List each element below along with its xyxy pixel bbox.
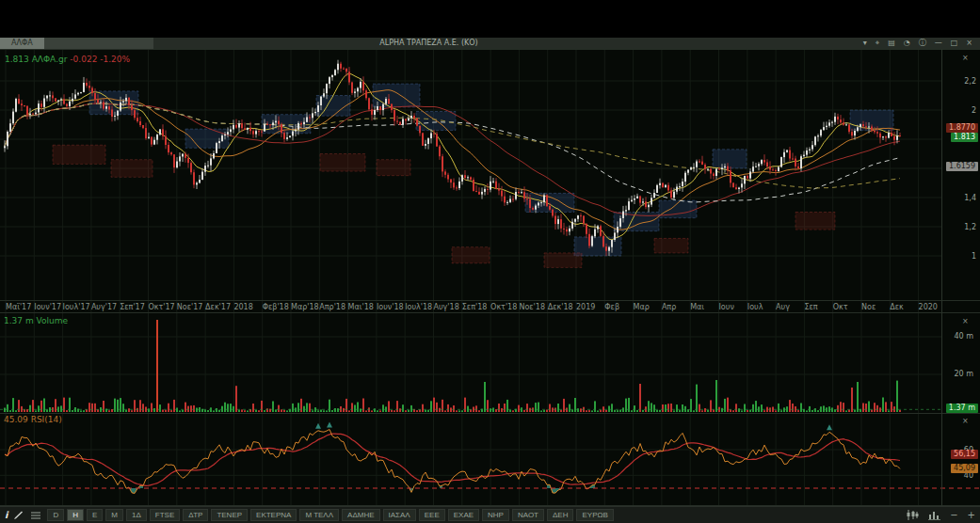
timeframe-button-1Δ[interactable]: 1Δ (126, 509, 147, 521)
ticker-tab-ΝΗΡ[interactable]: ΝΗΡ (482, 509, 509, 521)
price-axis-label: 2 (945, 106, 976, 115)
x-axis-label: Νοε (861, 303, 876, 312)
save-icon[interactable]: ▤ (888, 38, 895, 49)
watchlist-icon[interactable] (30, 511, 41, 520)
price-change-pct: -1.20% (100, 55, 130, 64)
bottom-toolbar: iDHEM1ΔFTSEΔΤΡΤΕΝΕΡΕΚΤΕΡΝΑΜ ΤΕΛΛΑΔΜΗΕΙΑΣ… (0, 506, 980, 523)
x-axis-label: Μαρ'18 (291, 303, 319, 312)
maximize-icon[interactable]: □ (951, 38, 958, 49)
x-axis-label: Δεκ'17 (205, 303, 231, 312)
price-axis-label: 2,2 (945, 77, 976, 86)
histogram-icon[interactable] (928, 511, 940, 520)
rsi-pane-close-icon[interactable]: × (962, 418, 969, 425)
timeframe-button-M[interactable]: M (105, 509, 123, 521)
x-axis-label: Ιουν'17 (34, 303, 61, 312)
ticker-tab-ΙΑΣΑΛ[interactable]: ΙΑΣΑΛ (383, 509, 416, 521)
price-last-value: 1.813 (5, 55, 32, 64)
x-axis-label: Σεπ (804, 303, 817, 312)
info-icon[interactable]: ⓘ (919, 38, 926, 49)
x-axis-label: Ιουλ (747, 303, 763, 312)
ticker-tab-ΕΥΡΩΒ[interactable]: ΕΥΡΩΒ (576, 509, 613, 521)
price-volume-rsi-chart[interactable] (0, 49, 980, 506)
x-axis-label: Αυγ (776, 303, 790, 312)
x-axis-label: Απρ (662, 303, 676, 312)
minimize-icon[interactable]: — (935, 38, 942, 49)
price-badge-1.813: 1.813 (951, 133, 978, 142)
ticker-tab-ΕΕΕ[interactable]: ΕΕΕ (419, 509, 445, 521)
x-axis-label: Οκτ'17 (149, 303, 175, 312)
x-axis-label: Μαι (690, 303, 704, 312)
clock-icon[interactable]: ◔ (904, 38, 910, 49)
x-axis-label: Ιουλ'18 (405, 303, 432, 312)
ticker-tab-ΝΑΟΤ[interactable]: ΝΑΟΤ (512, 509, 544, 521)
x-axis-label: 2018 (233, 303, 252, 312)
volume-axis-label: 40 m (945, 332, 973, 341)
info-icon[interactable]: i (5, 509, 8, 522)
rsi-legend: 45.09 RSI(14) (4, 415, 62, 424)
x-axis-label: Μαρ (634, 303, 650, 312)
x-axis-label: Μαι'18 (348, 303, 374, 312)
rsi-badge-56,15: 56,15 (951, 450, 978, 459)
price-change: -0.022 (70, 55, 100, 64)
price-axis-label: 1 (945, 252, 976, 261)
watchlist-tab-ΤΕΝΕΡ[interactable]: ΤΕΝΕΡ (211, 509, 248, 521)
ticker-tab-ΕΚΤΕΡΝΑ[interactable]: ΕΚΤΕΡΝΑ (250, 509, 297, 521)
window-title: ALPHA ΤΡΑΠΕΖΑ Α.Ε. (ΚΟ) (0, 38, 858, 49)
window-titlebar: ΑΛΦΑ ALPHA ΤΡΑΠΕΖΑ Α.Ε. (ΚΟ) ▾⌖▤◔ⓘ—□× (0, 38, 980, 49)
timeframe-button-D[interactable]: D (47, 509, 64, 521)
watchlist-tab-ΔΤΡ[interactable]: ΔΤΡ (183, 509, 208, 521)
x-axis-label: 2019 (576, 303, 595, 312)
volume-badge: 1.37 m (946, 404, 978, 413)
x-axis-label: Οκτ (833, 303, 848, 312)
x-axis-label: Οκτ'18 (490, 303, 517, 312)
x-axis-label: Αυγ'17 (91, 303, 117, 312)
zoom-out-icon[interactable]: − (950, 509, 957, 522)
x-axis-label: Ιουν (719, 303, 734, 312)
trading-app-window: ΑΛΦΑ ALPHA ΤΡΑΠΕΖΑ Α.Ε. (ΚΟ) ▾⌖▤◔ⓘ—□× 1.… (0, 0, 980, 523)
x-axis-label: Φεβ (604, 303, 619, 312)
x-axis-label: Φεβ'18 (263, 303, 289, 312)
volume-pane-close-icon[interactable]: × (962, 318, 969, 325)
volume-legend: 1.37 m Volume (4, 316, 68, 325)
close-icon[interactable]: × (966, 38, 972, 49)
price-symbol: ΑΛΦΑ.gr (32, 55, 71, 64)
draw-pencil-icon[interactable] (13, 511, 24, 520)
zoom-in-icon[interactable]: + (968, 509, 975, 522)
x-axis-label: Αυγ'18 (434, 303, 459, 312)
ticker-tab-ΔΕΗ[interactable]: ΔΕΗ (547, 509, 573, 521)
x-axis-label: Δεκ'18 (548, 303, 573, 312)
candle-chart-icon[interactable] (906, 510, 919, 520)
window-controls: ▾⌖▤◔ⓘ—□× (863, 38, 980, 49)
timeframe-button-E[interactable]: E (87, 509, 103, 521)
price-badge-1.8770: 1.8770 (946, 123, 978, 133)
x-axis-label: Ιουλ'17 (63, 303, 90, 312)
ticker-tab-Μ ΤΕΛΛ[interactable]: Μ ΤΕΛΛ (299, 509, 339, 521)
price-legend: 1.813 ΑΛΦΑ.gr -0.022 -1.20% (5, 55, 130, 64)
price-pane-close-icon[interactable]: × (962, 55, 969, 62)
x-axis-label: Νοε'17 (177, 303, 203, 312)
dropdown-icon[interactable]: ▾ (863, 38, 867, 49)
price-axis-label: 1,2 (945, 223, 976, 231)
price-axis-label: 1,4 (945, 194, 976, 202)
rsi-badge-45,09: 45,09 (951, 464, 978, 473)
x-axis-label: 2020 (919, 303, 938, 312)
x-axis-label: Μαϊ'17 (6, 303, 31, 312)
x-axis-label: Ιουν'18 (377, 303, 404, 312)
timeframe-button-H[interactable]: H (67, 509, 84, 521)
ticker-tab-ΕΧΑΕ[interactable]: ΕΧΑΕ (448, 509, 479, 521)
x-axis-label: Νοε'18 (519, 303, 545, 312)
x-axis-label: Σεπ'17 (120, 303, 145, 312)
pin-icon[interactable]: ⌖ (876, 38, 880, 49)
ticker-tab-ΑΔΜΗΕ[interactable]: ΑΔΜΗΕ (342, 509, 379, 521)
x-axis-label: Απρ'18 (319, 303, 345, 312)
x-axis-label: Σεπ'18 (462, 303, 488, 312)
x-axis-label: Δεκ (890, 303, 904, 312)
volume-axis-label: 20 m (945, 370, 973, 378)
price-badge-1.6159: 1.6159 (946, 162, 978, 171)
watchlist-tab-FTSE[interactable]: FTSE (150, 509, 180, 521)
